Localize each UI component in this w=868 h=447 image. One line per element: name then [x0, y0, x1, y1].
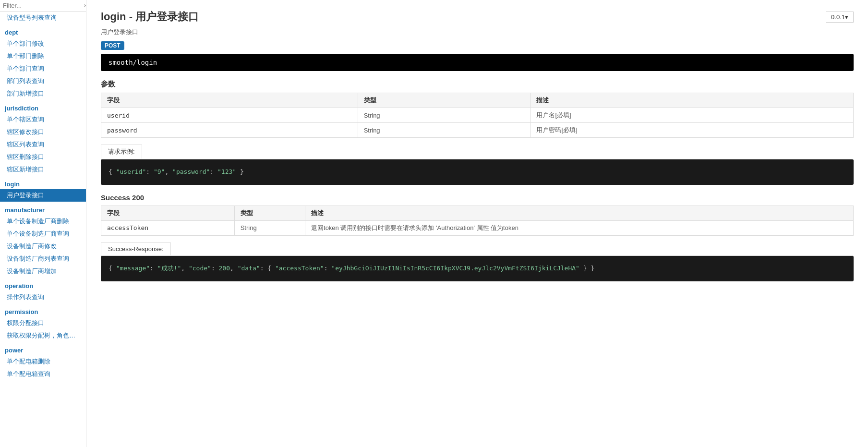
sidebar-group-login: login — [0, 178, 86, 189]
params-table: 字段 类型 描述 useridString用户名[必填]passwordStri… — [101, 93, 854, 138]
col-desc: 描述 — [530, 93, 854, 108]
sidebar-item[interactable]: 辖区列表查询 — [0, 138, 86, 151]
success-tab[interactable]: Success-Response: — [101, 242, 171, 255]
success-tab-bar: Success-Response: — [101, 242, 854, 255]
col-type-s: 类型 — [234, 205, 305, 220]
page-subtitle: 用户登录接口 — [101, 28, 854, 36]
sidebar-item[interactable]: 单个部门修改 — [0, 37, 86, 50]
table-row: useridString用户名[必填] — [101, 108, 854, 123]
request-tab[interactable]: 请求示例: — [101, 145, 142, 159]
col-desc-s: 描述 — [305, 205, 854, 220]
sidebar-group-power: power — [0, 344, 86, 355]
table-row: accessTokenString返回token 调用别的接口时需要在请求头添加… — [101, 220, 854, 235]
sidebar-item[interactable]: 获取权限分配树，角色信息，以及权限 — [0, 329, 86, 342]
sidebar-item[interactable]: 部门列表查询 — [0, 75, 86, 87]
sidebar-item[interactable]: 单个辖区查询 — [0, 113, 86, 126]
sidebar-item[interactable]: 权限分配接口 — [0, 317, 86, 329]
request-tab-bar: 请求示例: — [101, 145, 854, 159]
sidebar-item[interactable]: 设备制造厂商增加 — [0, 265, 86, 278]
sidebar-item[interactable]: 设备制造厂商修改 — [0, 240, 86, 253]
table-row: passwordString用户密码[必填] — [101, 123, 854, 138]
sidebar-group-operation: operation — [0, 279, 86, 291]
sidebar-item[interactable]: 设备制造厂商列表查询 — [0, 253, 86, 265]
sidebar-group-jurisdiction: jurisdiction — [0, 102, 86, 113]
sidebar-item[interactable]: 单个配电箱删除 — [0, 355, 86, 368]
col-field-s: 字段 — [101, 205, 235, 220]
sidebar-group-manufacturer: manufacturer — [0, 204, 86, 215]
sidebar-item[interactable]: 操作列表查询 — [0, 291, 86, 303]
page-header: login - 用户登录接口 0.0.1▾ — [101, 10, 854, 24]
sidebar-item[interactable]: 单个设备制造厂商查询 — [0, 228, 86, 240]
main-content: login - 用户登录接口 0.0.1▾ 用户登录接口 POST smooth… — [86, 0, 868, 447]
sidebar-group-permission: permission — [0, 305, 86, 317]
sidebar-item[interactable]: 部门新增接口 — [0, 87, 86, 100]
col-field: 字段 — [101, 93, 358, 108]
success-code-block: { "message": "成功!", "code": 200, "data":… — [101, 255, 854, 281]
sidebar-item[interactable]: 辖区修改接口 — [0, 126, 86, 138]
success-title: Success 200 — [101, 193, 854, 202]
sidebar-item[interactable]: 辖区删除接口 — [0, 151, 86, 163]
sidebar-item-device-list[interactable]: 设备型号列表查询 — [0, 12, 86, 24]
sidebar-item[interactable]: 辖区新增接口 — [0, 163, 86, 176]
sidebar-item[interactable]: 单个配电箱查询 — [0, 368, 86, 380]
endpoint-url: smooth/login — [101, 54, 854, 71]
success-table: 字段 类型 描述 accessTokenString返回token 调用别的接口… — [101, 205, 854, 236]
sidebar: × 设备型号列表查询dept单个部门修改单个部门删除单个部门查询部门列表查询部门… — [0, 0, 86, 447]
col-type: 类型 — [358, 93, 530, 108]
sidebar-item[interactable]: 单个部门删除 — [0, 50, 86, 62]
sidebar-group-dept: dept — [0, 26, 86, 37]
params-section-title: 参数 — [101, 80, 854, 89]
sidebar-item[interactable]: 用户登录接口 — [0, 189, 86, 202]
request-code-block: { "userid": "9", "password": "123" } — [101, 159, 854, 185]
version-button[interactable]: 0.0.1▾ — [826, 12, 854, 23]
page-title: login - 用户登录接口 — [101, 10, 199, 24]
filter-input[interactable] — [3, 2, 84, 9]
filter-bar: × — [0, 0, 86, 12]
sidebar-item[interactable]: 单个设备制造厂商删除 — [0, 215, 86, 228]
http-method-badge: POST — [101, 41, 124, 50]
sidebar-item[interactable]: 单个部门查询 — [0, 62, 86, 75]
sidebar-content: 设备型号列表查询dept单个部门修改单个部门删除单个部门查询部门列表查询部门新增… — [0, 12, 86, 447]
